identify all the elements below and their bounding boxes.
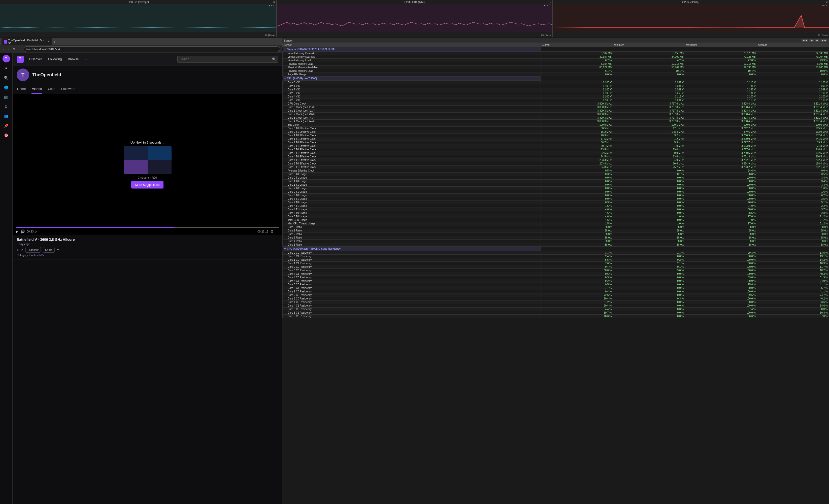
sensor-name-cell: Physical Memory Available [283, 66, 541, 69]
table-row: Core 1 Clock (perf #2/#)3,800.3 MHz3,797… [283, 109, 829, 113]
sensor-name-cell: Core 4 T0 Usage [283, 201, 541, 204]
play-button[interactable]: ▶ [15, 229, 19, 233]
sensor-value-cell: 46.2 % [757, 297, 829, 300]
table-row: Core 3 Clock (perf #4/#)3,800.3 MHz3,797… [283, 116, 829, 120]
hwinfo-last-btn[interactable]: ►► [821, 39, 828, 42]
sensor-value-cell: 0.9 MHz [613, 151, 685, 155]
sensor-group-row: ▼ CPU (AMD Ryzen 7 3600): C-State Reside… [283, 247, 829, 251]
sensor-value-cell: 89.0 % [685, 276, 757, 279]
tab-close-btn[interactable]: ✕ [47, 40, 49, 43]
settings-ctrl-btn[interactable]: ⚙ [270, 229, 274, 233]
sensor-value-cell: 3,730.5 MHz [685, 151, 757, 155]
new-tab-btn[interactable]: + [53, 40, 56, 44]
table-row: Physical Memory Load5,784 MB12,716 MB12,… [283, 62, 829, 66]
sensor-value-cell: 203.4 MHz [541, 162, 613, 166]
table-row: Total CPU Usage4.6 %0.0 %97.0 %21.2 % [283, 218, 829, 222]
video-category: Category: Battlefield V [16, 254, 278, 257]
sensor-value-cell: 37.2 % [541, 300, 613, 304]
table-row: Core 0 VID1.100 V1.081 V1.113 V1.100 V [283, 81, 829, 84]
sensor-value-cell: 64.8 MHz [541, 166, 613, 169]
sensor-value-cell: 0.0 % [613, 190, 685, 194]
tab-home[interactable]: Home [16, 84, 27, 94]
cpu-ccd1-panel: CPU CCD1 (Tdie) ✕ 13.5 °C Plt|Reset [276, 0, 553, 37]
sensor-group-row: ▼ CPU (AMD Ryzen 7 3600) [283, 76, 829, 81]
cpu-ccd1-controls[interactable]: Plt|Reset [541, 34, 551, 37]
video-player[interactable]: Up Next in 9 seconds... Cinebench R20 [12, 94, 282, 235]
sensor-value-cell: 2.4 % [541, 255, 613, 258]
cpu-tctl-temp: 13.5 °C [820, 4, 828, 7]
sensor-value-cell: 6.7 % [541, 59, 613, 62]
sidebar-icon-globe[interactable]: 🌐 [2, 84, 10, 91]
sensor-value-cell: 0.0 % [541, 180, 613, 183]
sidebar-icon-tv[interactable]: 📺 [2, 93, 10, 101]
twitch-logo[interactable]: T [16, 56, 24, 63]
col-sensor: Sensor [283, 43, 541, 47]
nav-browse[interactable]: Browse [68, 56, 79, 62]
sensor-name-cell: Virtual Memory Available [283, 55, 541, 59]
forward-button[interactable]: › [7, 46, 10, 51]
more-suggestions-btn[interactable]: More Suggestions [131, 181, 164, 189]
sensor-value-cell: 0.0 % [613, 276, 685, 279]
table-row: Core 5 C1 Residency27.7 %0.0 %100.0 %35.… [283, 286, 829, 290]
sensor-value-cell: 3,797.8 MHz [613, 116, 685, 120]
hwinfo-next-btn[interactable]: ► [815, 39, 820, 42]
sensor-value-cell: 3,702.1 MHz [685, 158, 757, 162]
cpu-tctl-close[interactable]: ✕ [826, 1, 828, 3]
fullscreen-button[interactable]: ⛶ [276, 229, 279, 233]
nav-following[interactable]: Following [48, 56, 63, 62]
sensor-value-cell: 38.0 x [613, 229, 685, 232]
sensor-value-cell: 1.100 V [541, 99, 613, 102]
cpu-ccd1-close[interactable]: ✕ [549, 1, 551, 3]
sensor-value-cell: 3,808.4 MHz [685, 120, 757, 123]
sidebar-icon-settings[interactable]: ⚙ [2, 103, 10, 110]
sensor-value-cell: 39.7 % [541, 311, 613, 315]
sidebar-icon-search[interactable]: 🔍 [2, 74, 10, 82]
hwinfo-first-btn[interactable]: ◄◄ [801, 39, 808, 42]
sensor-value-cell: 3,801.4 MHz [757, 120, 829, 123]
tab-videos[interactable]: Videos [32, 84, 43, 94]
refresh-button[interactable]: ↻ [11, 46, 16, 51]
progress-bar[interactable] [15, 227, 279, 228]
nav-discover[interactable]: Discover [29, 56, 43, 62]
search-input[interactable] [180, 58, 272, 61]
sensor-value-cell: 100.0 % [685, 290, 757, 293]
sidebar-icon-heart[interactable]: ♥ [2, 65, 10, 72]
sensor-value-cell: 3,800.3 MHz [541, 102, 613, 106]
sensor-value-cell: 210.5 MHz [757, 155, 829, 158]
more-options-button[interactable]: ⋯ [57, 247, 61, 253]
tab-clips[interactable]: Clips [47, 84, 56, 94]
sensor-name-cell: Physical Memory Load [283, 62, 541, 66]
sensor-value-cell: 0.0 % [541, 197, 613, 201]
active-tab[interactable]: TheOpenfield - Battlefield V - 36... ✕ [1, 38, 52, 46]
sidebar-icon-target[interactable]: 🎯 [2, 132, 10, 139]
cpu-tctl-controls[interactable]: Plt|Reset [818, 34, 828, 37]
sidebar-icon-group[interactable]: 👥 [2, 112, 10, 120]
table-row: Core 2 T0 Usage0.0 %0.0 %100.0 %1.6 % [283, 187, 829, 190]
search-bar[interactable]: 🔍 [177, 56, 278, 63]
volume-button[interactable]: 🔊 [21, 229, 25, 233]
share-button[interactable]: Share [43, 247, 55, 253]
sensor-value-cell: 94.6 % [685, 169, 757, 173]
sensor-value-cell: 30.5 MHz [541, 127, 613, 130]
category-link[interactable]: Battlefield V [30, 254, 44, 257]
sensor-value-cell: 100.0 % [685, 265, 757, 269]
sensor-value-cell: 10.1 % [613, 69, 685, 73]
sensor-value-cell: 1.081 V [613, 81, 685, 84]
sensor-value-cell: 38.0 % [757, 308, 829, 311]
highlight-button[interactable]: Highlight [26, 247, 41, 253]
nav-more[interactable]: ··· [84, 56, 88, 62]
back-button[interactable]: ‹ [2, 46, 5, 51]
sidebar-icon-pin[interactable]: 📌 [2, 122, 10, 130]
hwinfo-prev-btn[interactable]: ◄ [809, 39, 814, 42]
sensor-name-cell: Core 5 C0 Residency [283, 283, 541, 286]
cpu-die-avg-close[interactable]: ✕ [273, 1, 275, 3]
sensor-value-cell: 0.0 % [541, 73, 613, 76]
sidebar-avatar[interactable]: T [2, 55, 10, 63]
home-button[interactable]: ⌂ [18, 46, 22, 51]
cpu-die-avg-controls[interactable]: Plt|Reset [265, 34, 275, 37]
sensor-value-cell: 38.0 x [757, 236, 829, 240]
sensor-value-cell: 1.099 V [757, 88, 829, 92]
sensor-value-cell: 100.0 % [685, 272, 757, 276]
address-bar[interactable] [24, 46, 280, 52]
tab-followers[interactable]: Followers [61, 84, 76, 94]
